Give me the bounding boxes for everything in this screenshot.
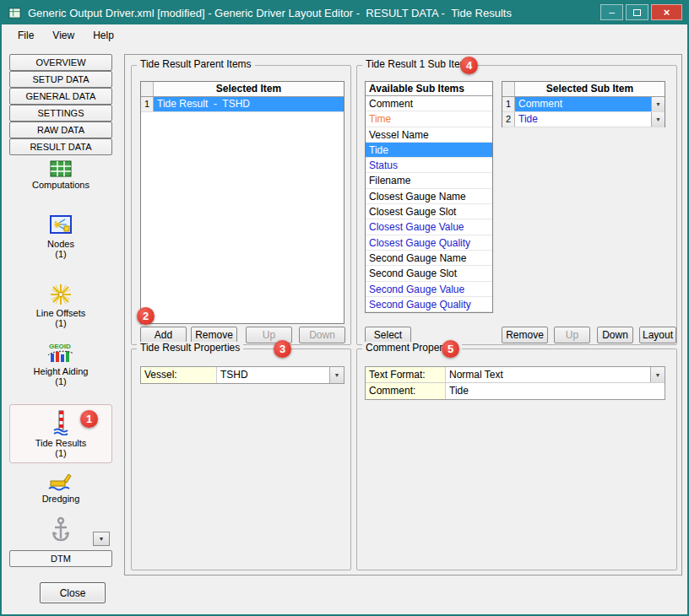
down-sub-button[interactable]: Down [597, 327, 633, 343]
list-item[interactable]: Closest Gauge Name [366, 189, 492, 204]
sidebar-item-count: (1) [55, 376, 66, 386]
menu-view[interactable]: View [45, 27, 82, 44]
remove-sub-button[interactable]: Remove [502, 327, 548, 343]
add-button[interactable]: Add [140, 327, 187, 343]
list-item[interactable]: Tide [366, 143, 492, 158]
close-window-button[interactable]: × [651, 4, 682, 20]
vessel-value: TSHD [217, 367, 329, 383]
annotation-badge-2: 2 [137, 307, 155, 325]
text-format-value: Normal Text [446, 367, 650, 382]
close-button[interactable]: Close [40, 582, 106, 603]
parent-items-table: Selected Item 1 Tide Result - TSHD [140, 81, 344, 324]
sidebar-item-dredging[interactable]: Dredging [9, 471, 112, 504]
list-header: Available Sub Items [366, 82, 492, 96]
comment-label: Comment: [366, 383, 446, 399]
sidebar-nav-result-data[interactable]: RESULT DATA [9, 138, 112, 155]
property-row: Vessel: TSHD ▼ [141, 367, 344, 383]
sub-items-group: Tide Result 1 Sub Items 4 Available Sub … [356, 65, 677, 345]
property-row: Text Format: Normal Text ▼ [366, 367, 665, 383]
text-format-dropdown[interactable]: Normal Text ▼ [446, 367, 665, 382]
dtm-anchor-icon [51, 516, 71, 543]
computations-icon [50, 160, 72, 177]
list-item[interactable]: Filename [366, 173, 492, 188]
sidebar-item-tide-results[interactable]: 1 Tide Results (1) [9, 404, 112, 463]
menu-help[interactable]: Help [85, 27, 122, 44]
app-icon [8, 7, 21, 19]
menu-file[interactable]: File [10, 27, 41, 44]
dropdown-arrow-icon[interactable]: ▼ [651, 97, 665, 111]
row-number: 1 [141, 97, 154, 111]
list-item[interactable]: Second Gauge Slot [366, 266, 492, 281]
parent-items-group: Tide Result Parent Items Selected Item 1… [131, 65, 351, 345]
layout-button[interactable]: Layout [639, 327, 676, 343]
row-value[interactable]: Comment [515, 97, 651, 111]
window-controls: – × [600, 4, 682, 20]
list-item[interactable]: Closest Gauge Value [366, 219, 492, 235]
sidebar-item-computations[interactable]: Computations [9, 160, 112, 190]
sidebar-item-label: Dredging [42, 494, 80, 504]
list-item[interactable]: Second Gauge Quality [366, 297, 492, 312]
list-item[interactable]: Second Gauge Value [366, 282, 492, 297]
sidebar-item-nodes[interactable]: Nodes (1) [9, 214, 112, 259]
remove-button[interactable]: Remove [191, 327, 237, 343]
sidebar-item-dtm-label-box[interactable]: DTM [9, 550, 112, 567]
table-header-row: Selected Item [141, 82, 344, 97]
window-title: Generic Output Driver.xml [modified] - G… [28, 7, 512, 19]
list-item[interactable]: Closest Gauge Quality [366, 235, 492, 251]
list-item[interactable]: Status [366, 158, 492, 173]
dropdown-arrow-icon[interactable]: ▼ [329, 367, 344, 383]
sidebar-item-count: (1) [55, 249, 66, 259]
table-row[interactable]: 1 Comment ▼ [502, 97, 665, 112]
text-format-label: Text Format: [366, 367, 446, 382]
annotation-badge-1: 1 [80, 410, 98, 428]
sidebar-item-label: Tide Results [35, 438, 87, 448]
dredging-icon [48, 471, 73, 491]
property-row: Comment: Tide [366, 383, 665, 399]
down-button: Down [299, 327, 345, 343]
sidebar-item-label: Line Offsets [36, 308, 86, 318]
selected-sub-items-table: Selected Sub Item 1 Comment ▼ 2 Tide ▼ [502, 81, 665, 127]
list-item[interactable]: Vessel Name [366, 127, 492, 143]
result-properties-group: Tide Result Properties 3 Vessel: TSHD ▼ [131, 349, 351, 570]
row-value[interactable]: Tide Result - TSHD [154, 97, 344, 111]
sidebar-nav-raw-data[interactable]: RAW DATA [9, 122, 112, 138]
vessel-dropdown[interactable]: TSHD ▼ [217, 367, 344, 383]
annotation-badge-4: 4 [460, 57, 478, 74]
titlebar: Generic Output Driver.xml [modified] - G… [2, 2, 687, 24]
row-number-header [502, 82, 515, 96]
list-item[interactable]: Second Gauge Name [366, 251, 492, 266]
sidebar-item-count: (1) [55, 318, 66, 328]
sidebar-item-label: Height Aiding [34, 366, 89, 376]
group-title: Tide Result Properties [137, 342, 243, 354]
sidebar-item-line-offsets[interactable]: Line Offsets (1) [9, 284, 112, 328]
sidebar-item-height-aiding[interactable]: GEOID Height Aiding (1) [9, 342, 112, 386]
height-aiding-icon: GEOID [46, 342, 75, 364]
column-header: Selected Item [154, 82, 344, 96]
list-item[interactable]: Closest Gauge Slot [366, 204, 492, 219]
sidebar-nav-overview[interactable]: OVERVIEW [9, 54, 112, 71]
column-header: Selected Sub Item [515, 82, 665, 96]
row-value[interactable]: Tide [515, 112, 651, 127]
sidebar-scroll-down-button[interactable]: ▼ [93, 532, 110, 546]
sidebar-nav-general-data[interactable]: GENERAL DATA [9, 88, 112, 105]
comment-value-field[interactable]: Tide [446, 383, 665, 399]
app-window: Generic Output Driver.xml [modified] - G… [0, 0, 689, 616]
maximize-button[interactable] [626, 4, 648, 20]
result-properties-table: Vessel: TSHD ▼ [140, 366, 344, 384]
dropdown-arrow-icon[interactable]: ▼ [650, 367, 665, 382]
table-row[interactable]: 1 Tide Result - TSHD [141, 97, 344, 112]
table-row[interactable]: 2 Tide ▼ [502, 112, 665, 127]
list-item[interactable]: Time [366, 111, 492, 127]
main-panel: Tide Result Parent Items Selected Item 1… [124, 54, 682, 575]
maximize-icon [633, 9, 641, 16]
sidebar-nav-setup-data[interactable]: SETUP DATA [9, 71, 112, 88]
list-item[interactable]: Comment [366, 96, 492, 111]
sidebar-nav-settings[interactable]: SETTINGS [9, 105, 112, 122]
select-button[interactable]: Select [365, 327, 411, 343]
nodes-icon [49, 214, 73, 236]
dropdown-arrow-icon[interactable]: ▼ [651, 112, 665, 127]
menubar: File View Help [2, 24, 687, 46]
minimize-button[interactable]: – [600, 4, 623, 20]
sidebar: OVERVIEW SETUP DATA GENERAL DATA SETTING… [9, 54, 112, 570]
sidebar-item-count: (1) [55, 448, 66, 458]
